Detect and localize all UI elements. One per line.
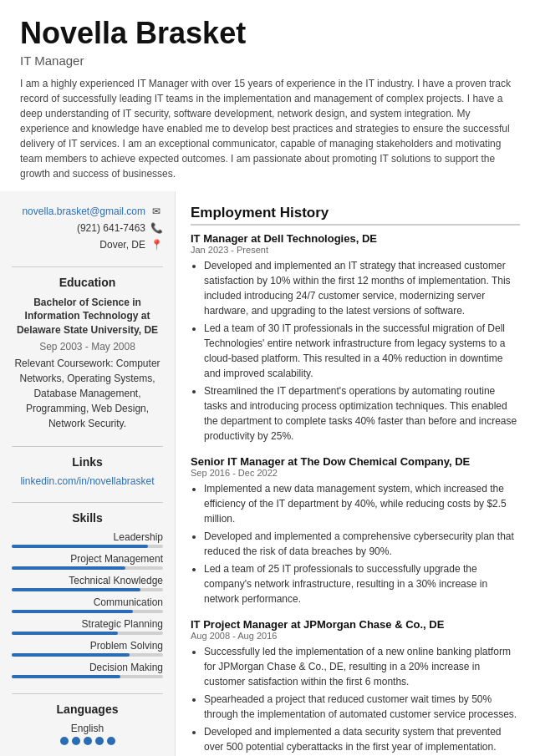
skill-bar-fill-dm <box>12 675 120 678</box>
job-bullet-jpmorgan-2: Spearheaded a project that reduced custo… <box>204 692 520 722</box>
job-bullet-dell-2: Led a team of 30 IT professionals in the… <box>204 321 520 381</box>
employment-section: Employment History IT Manager at Dell Te… <box>191 205 520 754</box>
job-bullet-jpmorgan-1: Successfully led the implementation of a… <box>204 644 520 689</box>
job-title-dell: IT Manager at Dell Technologies, DE <box>191 232 520 245</box>
links-section: Links linkedin.com/in/novellabrasket <box>12 455 163 487</box>
skills-section: Skills Leadership Project Management Tec… <box>12 511 163 678</box>
language-dots-english <box>12 737 163 745</box>
skill-label-decision-making: Decision Making <box>12 662 163 673</box>
education-block: Bachelor of Science in Information Techn… <box>12 296 163 431</box>
skill-item-project-management: Project Management <box>12 553 163 570</box>
skill-item-decision-making: Decision Making <box>12 662 163 678</box>
skill-item-communication: Communication <box>12 596 163 613</box>
edu-dates: Sep 2003 - May 2008 <box>12 341 163 353</box>
skill-item-technical-knowledge: Technical Knowledge <box>12 575 163 591</box>
divider-2 <box>12 446 163 447</box>
job-bullet-dow-3: Led a team of 25 IT professionals to suc… <box>204 561 520 606</box>
courses-label: Relevant Coursework: <box>14 358 113 369</box>
lang-dot-3 <box>84 737 92 745</box>
skill-label-leadership: Leadership <box>12 531 163 543</box>
job-bullets-dell: Developed and implemented an IT strategy… <box>191 258 520 444</box>
candidate-title: IT Manager <box>20 53 515 68</box>
skill-item-leadership: Leadership <box>12 531 163 548</box>
language-english: English <box>12 723 163 745</box>
candidate-summary: I am a highly experienced IT Manager wit… <box>20 76 515 181</box>
location-text: Dover, DE <box>99 239 145 251</box>
job-bullet-dell-3: Streamlined the IT department's operatio… <box>204 383 520 444</box>
skill-label-communication: Communication <box>12 596 163 608</box>
job-title-dow: Senior IT Manager at The Dow Chemical Co… <box>191 455 520 468</box>
divider-4 <box>12 693 163 694</box>
education-title: Education <box>12 276 163 289</box>
skill-bar-fill-ps <box>12 653 130 657</box>
edu-courses: Relevant Coursework: Computer Networks, … <box>12 356 163 431</box>
skill-item-problem-solving: Problem Solving <box>12 640 163 657</box>
links-title: Links <box>12 455 163 469</box>
skill-label-technical-knowledge: Technical Knowledge <box>12 575 163 586</box>
job-dow: Senior IT Manager at The Dow Chemical Co… <box>191 455 520 606</box>
languages-title: Languages <box>12 703 163 716</box>
job-title-jpmorgan: IT Project Manager at JPMorgan Chase & C… <box>191 618 520 631</box>
email-link[interactable]: novella.brasket@gmail.com <box>22 205 145 217</box>
lang-dot-2 <box>72 737 80 745</box>
page: Novella Brasket IT Manager I am a highly… <box>0 0 535 756</box>
languages-section: Languages English <box>12 703 163 745</box>
job-bullet-dow-1: Implemented a new data management system… <box>204 481 520 526</box>
education-section: Education Bachelor of Science in Informa… <box>12 276 163 431</box>
header: Novella Brasket IT Manager I am a highly… <box>0 0 535 191</box>
lang-dot-5 <box>107 737 115 745</box>
skill-item-strategic-planning: Strategic Planning <box>12 618 163 635</box>
job-bullet-jpmorgan-3: Developed and implemented a data securit… <box>204 724 520 754</box>
contact-section: novella.brasket@gmail.com ✉ (921) 641-74… <box>12 205 163 251</box>
job-dates-jpmorgan: Aug 2008 - Aug 2016 <box>191 631 520 641</box>
lang-dot-4 <box>95 737 104 745</box>
divider-3 <box>12 502 163 503</box>
job-dates-dow: Sep 2016 - Dec 2022 <box>191 468 520 478</box>
skill-bar-fill-sp <box>12 632 118 635</box>
skill-bar-bg-pm <box>12 566 163 570</box>
skill-label-strategic-planning: Strategic Planning <box>12 618 163 630</box>
skill-bar-bg-leadership <box>12 545 163 548</box>
main-content: Employment History IT Manager at Dell Te… <box>176 191 535 756</box>
job-bullets-dow: Implemented a new data management system… <box>191 481 520 606</box>
skill-bar-bg-dm <box>12 675 163 678</box>
skill-bar-bg-sp <box>12 632 163 635</box>
skill-bar-bg-tech <box>12 588 163 591</box>
skill-label-problem-solving: Problem Solving <box>12 640 163 652</box>
skill-bar-bg-comm <box>12 610 163 613</box>
employment-title: Employment History <box>191 205 520 226</box>
body: novella.brasket@gmail.com ✉ (921) 641-74… <box>0 191 535 756</box>
divider-1 <box>12 266 163 267</box>
phone-text: (921) 641-7463 <box>77 222 145 234</box>
edu-degree: Bachelor of Science in Information Techn… <box>12 296 163 337</box>
skill-bar-fill-pm <box>12 566 125 570</box>
skill-label-project-management: Project Management <box>12 553 163 565</box>
contact-email: novella.brasket@gmail.com ✉ <box>12 205 163 218</box>
email-icon: ✉ <box>150 205 163 218</box>
phone-icon: 📞 <box>150 221 163 235</box>
job-dell: IT Manager at Dell Technologies, DE Jan … <box>191 232 520 444</box>
job-bullet-dow-2: Developed and implemented a comprehensiv… <box>204 529 520 559</box>
job-dates-dell: Jan 2023 - Present <box>191 245 520 255</box>
skill-bar-bg-ps <box>12 653 163 657</box>
contact-phone: (921) 641-7463 📞 <box>12 221 163 235</box>
linkedin-link[interactable]: linkedin.com/in/novellabrasket <box>12 475 163 487</box>
job-bullets-jpmorgan: Successfully led the implementation of a… <box>191 644 520 754</box>
skill-bar-fill-tech <box>12 588 140 591</box>
job-jpmorgan: IT Project Manager at JPMorgan Chase & C… <box>191 618 520 754</box>
location-icon: 📍 <box>150 238 163 251</box>
language-label-english: English <box>12 723 163 734</box>
skill-bar-fill-comm <box>12 610 133 613</box>
sidebar: novella.brasket@gmail.com ✉ (921) 641-74… <box>0 191 176 756</box>
skill-bar-fill-leadership <box>12 545 148 548</box>
candidate-name: Novella Brasket <box>20 17 515 50</box>
lang-dot-1 <box>60 737 69 745</box>
contact-location: Dover, DE 📍 <box>12 238 163 251</box>
job-bullet-dell-1: Developed and implemented an IT strategy… <box>204 258 520 318</box>
skills-title: Skills <box>12 511 163 525</box>
